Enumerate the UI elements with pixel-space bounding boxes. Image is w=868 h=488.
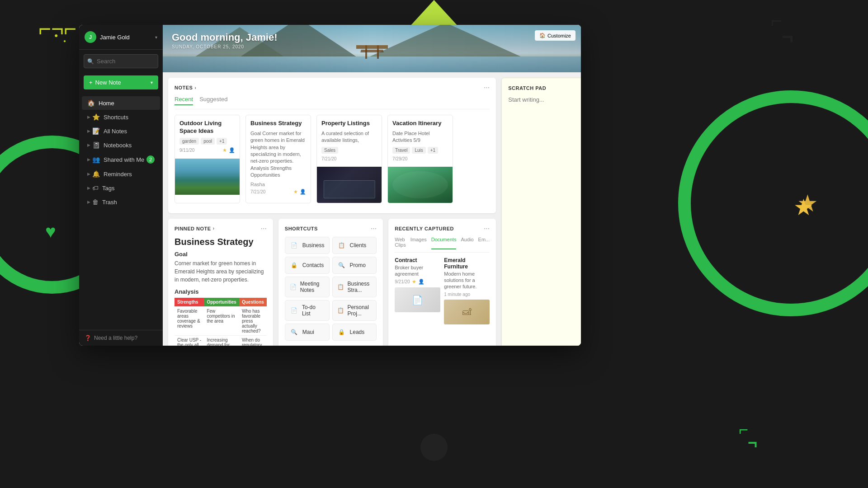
sidebar-item-shortcuts[interactable]: ▶ ⭐ Shortcuts [82,110,160,124]
shortcut-maui[interactable]: 🔍 Maui [285,324,330,341]
rc-item-date: 9/21/20 [395,279,410,284]
notes-menu-button[interactable]: ··· [484,84,490,91]
app-window: J Jamie Gold ▾ 🔍 + New Note ▾ 🏠 Home [79,25,581,346]
note-date: 7/21/20 [321,156,336,161]
sidebar-item-tags[interactable]: ▶ 🏷 Tags [82,181,160,195]
shortcut-business[interactable]: 📄 Business [285,237,330,254]
shortcuts-menu-button[interactable]: ··· [371,225,377,232]
note-meta: 7/21/20 [321,156,377,161]
pinned-goal-label: Goal [175,251,267,258]
tab-images[interactable]: Images [410,237,427,249]
tab-recent[interactable]: Recent [175,96,193,105]
recently-captured-title: RECENTLY CAPTURED [395,226,454,231]
new-note-button[interactable]: + New Note ▾ [84,75,158,89]
table-cell: Favorable areas coverage & reviews [175,306,204,335]
help-link[interactable]: ❓ Need a little help? [79,330,163,346]
sidebar-item-home[interactable]: 🏠 Home [82,96,160,110]
tab-web-clips[interactable]: Web Clips [395,237,406,249]
shortcut-contacts[interactable]: 🔒 Contacts [285,257,330,274]
table-cell: Clear USP - the only all green realtor [175,335,204,346]
tab-suggested[interactable]: Suggested [199,96,227,105]
hero-greeting: Good morning, Jamie! SUNDAY, OCTOBER 25,… [172,32,277,49]
pinned-note-header: PINNED NOTE › ··· [175,225,267,232]
note-tags: Travel Luis +1 [392,147,448,154]
recently-captured-menu[interactable]: ··· [484,225,490,232]
rc-item-meta: 1 minute ago [444,292,490,297]
notes-card: NOTES › ··· Recent Suggested Outdoor Liv… [168,78,496,213]
swot-strengths-header: Strengths [175,298,204,307]
pinned-note-menu[interactable]: ··· [261,225,267,232]
sidebar-item-shared[interactable]: ▶ 👥 Shared with Me 2 [82,152,160,167]
note-date: 7/29/20 [392,156,407,161]
rc-item-emerald-furniture[interactable]: Emerald Furniture Modern home solutions … [444,257,490,324]
shortcut-todo[interactable]: 📄 To-do List [285,300,330,321]
note-card-business[interactable]: Business Strategy Goal Corner market for… [245,115,311,203]
expand-icon: ▶ [87,143,90,147]
shared-icon: 👤 [300,189,306,195]
tag: Travel [392,147,410,154]
swot-table: Strengths Opportunities Questions Favora… [175,298,267,346]
note-title: Vacation Itinerary [392,120,448,127]
sidebar-item-all-notes[interactable]: ▶ 📝 All Notes [82,124,160,138]
notebooks-icon: 📓 [92,141,100,149]
shortcut-meeting-notes[interactable]: 📄 Meeting Notes [285,277,330,297]
notes-scroll[interactable]: Outdoor Living Space Ideas garden pool +… [175,115,490,207]
pinned-note-title-label: PINNED NOTE › [175,226,215,231]
trash-icon: 🗑 [92,198,99,206]
tag: garden [179,138,199,145]
reminders-icon: 🔔 [92,170,100,178]
lock-icon: 🔒 [290,261,299,270]
question-icon: ❓ [85,335,91,341]
tab-audio[interactable]: Audio [461,237,473,249]
user-profile[interactable]: J Jamie Gold ▾ [79,25,163,50]
shared-icon: 👤 [229,147,235,153]
table-cell: Who has favorable press actually reached… [239,306,267,335]
note-card-property[interactable]: Property Listings A curated selection of… [316,115,382,203]
tab-em[interactable]: Em... [478,237,490,249]
table-row: Clear USP - the only all green realtor I… [175,335,267,346]
shortcut-promo[interactable]: 🔍 Promo [332,257,377,274]
rc-item-meta: 9/21/20 ★ 👤 [395,279,440,285]
table-cell: Few competitors in the area [204,306,239,335]
sidebar-item-reminders[interactable]: ▶ 🔔 Reminders [82,167,160,181]
rc-item-text: Broker buyer agreement [395,264,440,277]
note-card-outdoor[interactable]: Outdoor Living Space Ideas garden pool +… [175,115,240,203]
recently-captured-card: RECENTLY CAPTURED ··· Web Clips Images D… [388,219,496,346]
note-card-vacation[interactable]: Vacation Itinerary Date Place Hotel Acti… [387,115,453,203]
note-title: Business Strategy [250,120,306,127]
tab-documents[interactable]: Documents [431,237,457,249]
search-icon: 🔍 [337,261,346,270]
search-icon: 🔍 [290,328,299,337]
shortcuts-card: SHORTCUTS ··· 📄 Business 📋 Clients [278,219,383,346]
analysis-label: Analysis [175,288,267,295]
customize-button[interactable]: 🏠 Customize [535,30,576,41]
clipboard-icon: 📋 [337,282,344,291]
shortcut-clients[interactable]: 📋 Clients [332,237,377,254]
rc-item-thumbnail: 🛋 [444,300,490,324]
document-icon: 📄 [290,306,298,315]
note-meta: 7/29/20 [392,156,448,161]
rc-item-contract[interactable]: Contract Broker buyer agreement 9/21/20 … [395,257,440,324]
scratch-pad-textarea[interactable] [508,96,581,187]
tags-icon: 🏷 [92,184,99,192]
search-input[interactable] [84,54,158,68]
bottom-row: PINNED NOTE › ··· Business Strategy Goal… [168,219,496,346]
pinned-note-card: PINNED NOTE › ··· Business Strategy Goal… [168,219,273,346]
shortcut-business-strategy[interactable]: 📋 Business Stra... [332,277,377,297]
note-text: Date Place Hotel Activities 5/9 [392,130,448,144]
expand-icon: ▶ [87,172,90,176]
shortcut-leads[interactable]: 🔒 Leads [332,324,377,341]
notes-title: NOTES › [175,85,196,90]
pinned-goal-text: Corner market for green homes in Emerald… [175,259,267,284]
arrow-icon: › [194,85,196,90]
sidebar-item-notebooks[interactable]: ▶ 📓 Notebooks [82,138,160,152]
notes-icon: 📝 [92,127,100,135]
scratch-pad-header: SCRATCH PAD ··· [508,84,581,92]
shortcut-personal-proj[interactable]: 📋 Personal Proj... [332,300,377,321]
hero-header: Good morning, Jamie! SUNDAY, OCTOBER 25,… [163,25,581,72]
sidebar-item-trash[interactable]: ▶ 🗑 Trash [82,195,160,209]
shortcuts-icon: ⭐ [92,113,100,121]
greeting-text: Good morning, Jamie! [172,32,277,43]
tag: +1 [217,138,227,145]
recently-captured-items: Contract Broker buyer agreement 9/21/20 … [395,257,490,324]
